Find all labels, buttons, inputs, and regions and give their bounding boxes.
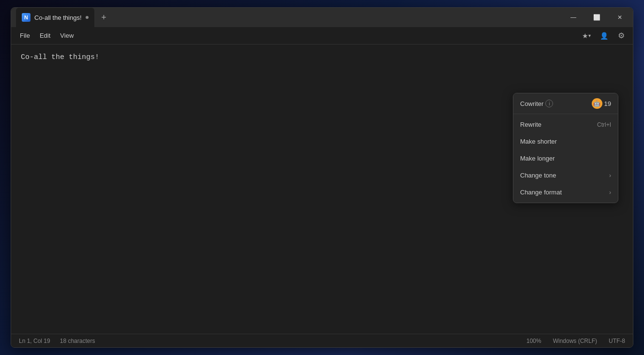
cowriter-make-shorter-item[interactable]: Make shorter <box>513 133 618 150</box>
character-count: 18 characters <box>60 338 95 344</box>
favorites-button[interactable]: ★ ▾ <box>579 29 594 43</box>
cowriter-make-longer-item[interactable]: Make longer <box>513 150 618 167</box>
cowriter-rewrite-item[interactable]: Rewrite Ctrl+I <box>513 116 618 133</box>
encoding[interactable]: UTF-8 <box>609 338 625 344</box>
cowriter-info-button[interactable]: i <box>545 100 553 107</box>
chevron-down-icon: ▾ <box>588 33 591 38</box>
menu-file[interactable]: File <box>15 30 35 41</box>
chevron-right-icon-2: › <box>609 189 611 196</box>
account-button[interactable]: 👤 <box>596 29 612 43</box>
window-controls: — ⬜ ✕ <box>562 10 633 25</box>
close-button[interactable]: ✕ <box>609 10 631 25</box>
zoom-level[interactable]: 100% <box>526 338 541 344</box>
change-format-label: Change format <box>520 189 562 196</box>
star-icon: ★ <box>582 32 588 40</box>
line-ending[interactable]: Windows (CRLF) <box>553 338 597 344</box>
menu-edit[interactable]: Edit <box>35 30 55 41</box>
settings-button[interactable]: ⚙ <box>614 29 629 43</box>
chevron-right-icon: › <box>609 172 611 179</box>
cowriter-badge-icon: 🤖 <box>592 98 602 109</box>
maximize-button[interactable]: ⬜ <box>585 10 608 25</box>
cowriter-menu: Rewrite Ctrl+I Make shorter Make longer … <box>513 114 618 203</box>
titlebar: N Co-all the things! + — ⬜ ✕ <box>11 8 633 27</box>
make-longer-label: Make longer <box>520 155 555 162</box>
statusbar: Ln 1, Col 19 18 characters 100% Windows … <box>11 334 633 347</box>
cowriter-header: Cowriter i 🤖 19 <box>513 93 618 114</box>
cowriter-badge-count: 19 <box>604 100 611 107</box>
tab-unsaved-dot <box>86 16 89 19</box>
editor-area[interactable]: Co-all the things! Cowriter i 🤖 19 Rewri… <box>11 44 633 334</box>
cowriter-change-format-item[interactable]: Change format › <box>513 184 618 201</box>
new-tab-button[interactable]: + <box>96 10 112 25</box>
statusbar-right: 100% Windows (CRLF) UTF-8 <box>526 338 625 344</box>
rewrite-label: Rewrite <box>520 121 541 128</box>
cursor-position: Ln 1, Col 19 <box>19 338 50 344</box>
cowriter-change-tone-item[interactable]: Change tone › <box>513 167 618 184</box>
make-shorter-label: Make shorter <box>520 138 557 145</box>
cowriter-badge: 🤖 19 <box>592 98 611 109</box>
cowriter-panel: Cowriter i 🤖 19 Rewrite Ctrl+I Make shor… <box>513 93 618 203</box>
cowriter-title: Cowriter <box>520 100 543 107</box>
minimize-button[interactable]: — <box>562 10 584 25</box>
notepad-icon: N <box>22 13 30 22</box>
change-tone-label: Change tone <box>520 172 556 179</box>
menubar-right: ★ ▾ 👤 ⚙ <box>579 29 629 43</box>
menubar: File Edit View ★ ▾ 👤 ⚙ <box>11 27 633 44</box>
rewrite-shortcut: Ctrl+I <box>597 121 611 128</box>
tab-title: Co-all the things! <box>34 14 82 21</box>
active-tab[interactable]: N Co-all the things! <box>16 8 94 27</box>
menu-view[interactable]: View <box>55 30 78 41</box>
titlebar-left: N Co-all the things! + <box>16 8 562 27</box>
notepad-window: N Co-all the things! + — ⬜ ✕ File Edit V… <box>11 7 633 348</box>
editor-content: Co-all the things! <box>21 52 623 63</box>
